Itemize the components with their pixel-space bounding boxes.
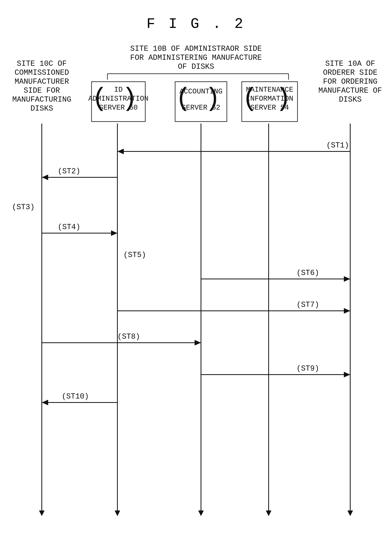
st4-arrowhead [111,230,117,236]
col5-line3: FOR ORDERING [323,77,378,86]
col1-line5: MANUFACTURING [12,95,71,104]
page: F I G . 2 SITE 10B OF ADMINISTRAOR SIDE … [0,0,392,534]
st3-label: (ST3) [12,203,35,211]
st1-arrowhead [117,149,124,154]
col5-line1: SITE 10A OF [325,59,375,68]
server54-lparen: ( [242,84,258,113]
col1-line3: MANUFACTURER [14,77,69,86]
svg-rect-4 [175,82,227,122]
st10-label: (ST10) [62,392,89,401]
diagram-svg: SITE 10B OF ADMINISTRAOR SIDE FOR ADMINI… [0,0,392,534]
server52-line1: ACCOUNTING [179,87,223,96]
col5-line4: MANUFACTURE OF [318,86,382,95]
col2-down-arrow [115,510,120,516]
col5-line2: ORDERER SIDE [323,68,378,77]
server52-rparen: ) [205,84,220,113]
st10-arrowhead [42,400,48,405]
figure-title: F I G . 2 [0,0,392,32]
st4-label: (ST4) [58,223,80,231]
col1-line6: DISKS [30,104,53,113]
server52-lparen: ( [176,84,191,113]
col5-down-arrow [347,510,353,516]
col1-line4: SIDE FOR [24,86,60,95]
server52-line2: SERVER 52 [182,104,220,112]
st6-label: (ST6) [296,269,319,277]
server50-line1: ID [114,86,123,94]
col1-line2: COMMISSIONED [14,68,69,77]
st5-label: (ST5) [123,251,146,259]
admin-site-line1: SITE 10B OF ADMINISTRAOR SIDE [130,44,262,53]
st9-label: (ST9) [296,364,319,373]
server54-line1: MAINTENANCE [246,86,293,94]
server50-rparen: ) [122,84,137,113]
st6-arrowhead [344,276,350,282]
st8-label: (ST8) [117,332,140,341]
svg-rect-5 [242,82,298,122]
st9-arrowhead [344,372,350,377]
col1-line1: SITE 10C OF [17,59,67,68]
admin-site-line3: OF DISKS [178,62,214,71]
st8-arrowhead [195,340,201,345]
col5-line5: DISKS [339,95,362,104]
server54-rparen: ) [275,84,291,113]
server50-lparen: ( [92,84,107,113]
st7-label: (ST7) [296,300,319,309]
server54-line3: SERVER 54 [250,104,289,112]
server54-line2: INFORMATION [246,95,293,103]
st2-label: (ST2) [58,167,80,176]
admin-site-line2: FOR ADMINISTERING MANUFACTURE [130,53,262,62]
server50-line2: ADMINISTRATION [88,95,149,103]
col3-down-arrow [198,510,204,516]
server50-line3: SERVER 50 [99,104,138,112]
col1-down-arrow [39,510,45,516]
st1-label: (ST1) [326,141,349,150]
st2-arrowhead [42,175,48,180]
st7-arrowhead [344,308,350,314]
col4-down-arrow [266,510,271,516]
svg-rect-3 [92,82,145,122]
